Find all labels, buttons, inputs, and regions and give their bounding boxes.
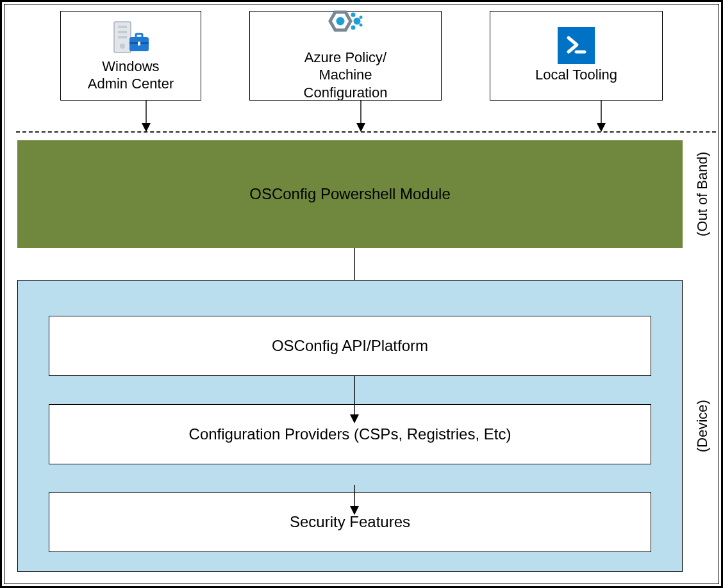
arrow-azure-down — [357, 101, 365, 134]
arrow-providers-to-security — [351, 485, 358, 517]
svg-rect-3 — [118, 36, 127, 38]
azure-policy-icon — [324, 9, 367, 47]
svg-point-15 — [360, 23, 363, 26]
svg-rect-8 — [138, 42, 140, 45]
out-of-band-label: (Out of Band) — [694, 140, 711, 248]
text: Configuration — [304, 84, 388, 102]
security-features: Security Features — [49, 492, 651, 552]
text: Azure Policy/ — [304, 49, 388, 67]
label: OSConfig API/Platform — [272, 337, 428, 355]
dashed-divider — [16, 131, 716, 133]
label: OSConfig Powershell Module — [249, 185, 451, 203]
device-band: OSConfig API/Platform Configuration Prov… — [17, 280, 683, 572]
diagram-frame: Windows Admin Center — [0, 0, 723, 588]
osconfig-api-platform: OSConfig API/Platform — [49, 316, 651, 376]
arrow-wac-down — [142, 101, 150, 134]
server-briefcase-icon — [110, 18, 151, 56]
osconfig-powershell-module: OSConfig Powershell Module — [17, 140, 683, 248]
text: Machine — [304, 66, 388, 84]
azure-policy-box: Azure Policy/ Machine Configuration — [249, 11, 442, 101]
svg-rect-6 — [136, 34, 142, 38]
arrow-local-down — [597, 101, 605, 134]
powershell-icon — [558, 26, 595, 65]
svg-point-11 — [351, 12, 356, 17]
text: Windows — [88, 58, 174, 76]
svg-point-13 — [351, 25, 356, 29]
text: Admin Center — [88, 75, 174, 93]
svg-rect-1 — [118, 26, 127, 28]
windows-admin-center-box: Windows Admin Center — [60, 11, 201, 101]
label: Security Features — [290, 513, 410, 531]
azure-label: Azure Policy/ Machine Configuration — [304, 49, 388, 102]
svg-point-10 — [337, 17, 345, 25]
local-label: Local Tooling — [535, 66, 617, 84]
svg-point-12 — [354, 17, 361, 24]
text: Local Tooling — [535, 66, 617, 84]
svg-rect-2 — [118, 31, 127, 33]
device-label: (Device) — [694, 280, 711, 572]
wac-label: Windows Admin Center — [88, 58, 174, 93]
arrow-api-to-providers — [351, 375, 358, 425]
label: Configuration Providers (CSPs, Registrie… — [189, 425, 511, 443]
local-tooling-box: Local Tooling — [490, 11, 663, 101]
configuration-providers: Configuration Providers (CSPs, Registrie… — [49, 404, 651, 464]
svg-point-14 — [360, 15, 363, 19]
svg-point-4 — [120, 44, 125, 49]
top-row: Windows Admin Center — [4, 11, 719, 110]
diagram-canvas: Windows Admin Center — [4, 4, 719, 584]
